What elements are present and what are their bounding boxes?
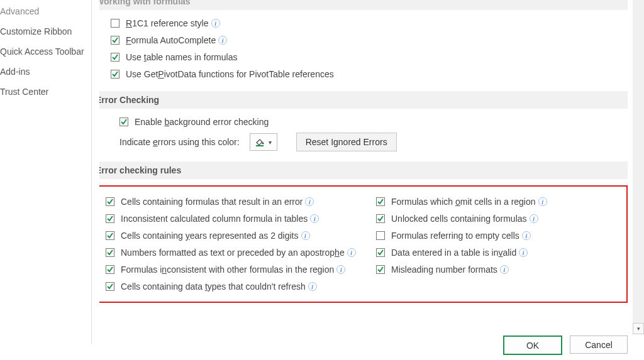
rule-r4-label: Data entered in a table is invalid [391,248,516,258]
bg-error-label: Enable background error checking [135,117,269,127]
getpivotdata-checkbox[interactable] [111,70,119,79]
rule-l3-label: Cells containing years represented as 2 … [121,231,299,241]
rule-r1-label: Formulas which omit cells in a region [391,197,536,207]
rule-l5-checkbox[interactable] [106,265,114,274]
section-rules-header: Error checking rules [99,161,628,179]
rule-r1-checkbox[interactable] [376,197,385,206]
ok-button[interactable]: OK [503,335,562,355]
rule-l1-checkbox[interactable] [106,197,114,206]
info-icon[interactable] [522,231,531,240]
scrollbar[interactable]: ▾ [633,0,644,334]
rule-l4-checkbox[interactable] [106,248,114,257]
sidebar-item-customize-ribbon[interactable]: Customize Ribbon [0,23,91,40]
info-icon[interactable] [530,214,538,223]
info-icon[interactable] [538,197,547,206]
rule-r3-label: Formulas referring to empty cells [391,231,519,241]
formulas-options: R1C1 reference style Formula AutoComplet… [99,16,628,81]
rule-l2-checkbox[interactable] [106,214,114,223]
rule-l1-label: Cells containing formulas that result in… [121,197,303,207]
formula-autocomplete-checkbox[interactable] [111,36,119,45]
info-icon[interactable] [500,265,509,274]
content-area: Working with formulas R1C1 reference sty… [99,0,628,334]
info-icon[interactable] [308,282,317,291]
rules-highlight-box: Cells containing formulas that result in… [99,185,628,303]
getpivotdata-label: Use GetPivotData functions for PivotTabl… [126,69,334,79]
info-icon[interactable] [211,19,220,28]
info-icon[interactable] [301,231,310,240]
options-dialog: Advanced Customize Ribbon Quick Access T… [0,0,644,360]
rule-r2-checkbox[interactable] [376,214,385,223]
section-title: Error Checking [99,95,159,105]
rule-l4-label: Numbers formatted as text or preceded by… [121,248,345,258]
rule-r4-checkbox[interactable] [376,248,385,257]
section-title: Error checking rules [99,165,181,175]
bg-error-checkbox[interactable] [119,117,128,126]
reset-ignored-errors-button[interactable]: Reset Ignored Errors [296,133,397,151]
info-icon[interactable] [305,197,314,206]
rule-l3-checkbox[interactable] [106,231,114,240]
rule-l6-label: Cells containing data types that couldn'… [121,281,306,292]
section-error-checking-header: Error Checking [99,91,628,109]
error-checking-options: Enable background error checking Indicat… [108,115,628,151]
info-icon[interactable] [519,248,528,257]
sidebar-item-add-ins[interactable]: Add-ins [0,63,91,80]
category-sidebar: Advanced Customize Ribbon Quick Access T… [0,0,92,344]
rule-r3-checkbox[interactable] [376,231,385,240]
rule-r2-label: Unlocked cells containing formulas [391,214,527,224]
sidebar-item-quick-access-toolbar[interactable]: Quick Access Toolbar [0,43,91,60]
table-names-checkbox[interactable] [111,53,119,62]
svg-point-0 [262,143,264,145]
info-icon[interactable] [310,214,319,223]
sidebar-item-advanced[interactable]: Advanced [0,3,91,20]
paint-bucket-icon [255,137,265,147]
r1c1-checkbox[interactable] [111,19,119,28]
r1c1-label: R1C1 reference style [126,18,209,28]
section-formulas-header: Working with formulas [99,0,628,10]
dialog-footer: OK Cancel [503,335,628,355]
formula-autocomplete-label: Formula AutoComplete [126,35,216,45]
sidebar-label: Advanced [0,6,39,16]
svg-rect-1 [256,145,264,146]
rule-l5-label: Formulas inconsistent with other formula… [121,265,334,275]
sidebar-label: Quick Access Toolbar [0,46,84,57]
rules-col-left: Cells containing formulas that result in… [106,192,376,297]
sidebar-label: Trust Center [0,87,48,97]
rule-r5-label: Misleading number formats [391,265,497,275]
info-icon[interactable] [336,265,345,274]
scroll-down-button[interactable]: ▾ [633,323,644,334]
rule-r5-checkbox[interactable] [376,265,385,274]
section-title: Working with formulas [99,0,191,6]
sidebar-item-trust-center[interactable]: Trust Center [0,83,91,101]
error-color-picker[interactable]: ▾ [250,133,277,151]
rule-l2-label: Inconsistent calculated column formula i… [121,214,308,224]
info-icon[interactable] [347,248,356,257]
sidebar-label: Add-ins [0,67,30,77]
cancel-button[interactable]: Cancel [570,335,628,354]
sidebar-label: Customize Ribbon [0,26,72,36]
rules-col-right: Formulas which omit cells in a region Un… [376,192,547,297]
error-color-label: Indicate errors using this color: [119,137,240,147]
info-icon[interactable] [218,36,227,45]
chevron-down-icon: ▾ [269,139,272,146]
table-names-label: Use table names in formulas [126,52,237,62]
rule-l6-checkbox[interactable] [106,282,114,291]
